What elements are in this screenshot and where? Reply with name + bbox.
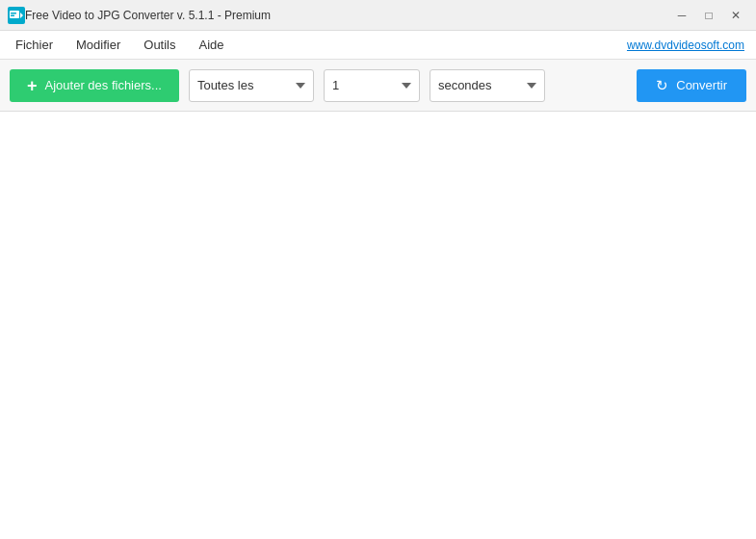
frequency-select[interactable]: Toutes les Chaque Seulement [189,69,314,102]
menu-aide[interactable]: Aide [188,34,236,56]
minimize-button[interactable]: ─ [669,3,694,28]
refresh-icon: ↻ [656,77,668,94]
plus-icon: + [27,77,38,94]
app-icon [8,7,25,24]
website-link[interactable]: www.dvdvideosoft.com [627,38,752,52]
window-controls: ─ □ ✕ [669,3,748,28]
toolbar: + Ajouter des fichiers... Toutes les Cha… [0,60,756,112]
add-files-button[interactable]: + Ajouter des fichiers... [10,69,179,102]
svg-rect-3 [11,13,16,14]
convert-label: Convertir [676,78,727,92]
close-button[interactable]: ✕ [723,3,748,28]
menu-items: Fichier Modifier Outils Aide [4,34,236,56]
menu-modifier[interactable]: Modifier [65,34,132,56]
number-select[interactable]: 1 2 5 10 30 [324,69,420,102]
menu-fichier[interactable]: Fichier [4,34,65,56]
menu-outils[interactable]: Outils [132,34,187,56]
maximize-button[interactable]: □ [696,3,721,28]
menu-bar: Fichier Modifier Outils Aide www.dvdvide… [0,31,756,60]
convert-button[interactable]: ↻ Convertir [637,69,746,102]
main-content [0,112,756,539]
svg-rect-4 [11,14,14,16]
svg-rect-1 [10,11,19,18]
add-files-label: Ajouter des fichiers... [45,78,162,92]
unit-select[interactable]: secondes minutes images [430,69,545,102]
title-bar: Free Video to JPG Converter v. 5.1.1 - P… [0,0,756,31]
window-title: Free Video to JPG Converter v. 5.1.1 - P… [25,9,669,22]
